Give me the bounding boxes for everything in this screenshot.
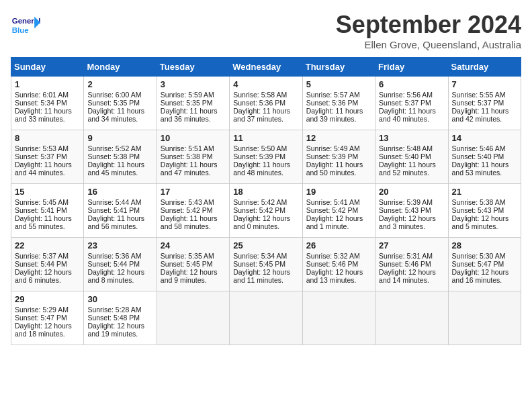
calendar-cell: 21Sunrise: 5:38 AMSunset: 5:43 PMDayligh… [448, 184, 521, 238]
day-info: Sunrise: 5:53 AMSunset: 5:37 PMDaylight:… [15, 144, 72, 177]
calendar-cell: 7Sunrise: 5:55 AMSunset: 5:37 PMDaylight… [448, 77, 521, 130]
day-info: Sunrise: 5:32 AMSunset: 5:46 PMDaylight:… [306, 252, 363, 284]
weekday-header-friday: Friday [375, 58, 448, 77]
day-info: Sunrise: 5:44 AMSunset: 5:41 PMDaylight:… [87, 198, 144, 230]
day-number: 8 [15, 133, 80, 143]
day-info: Sunrise: 5:38 AMSunset: 5:43 PMDaylight:… [452, 198, 509, 230]
week-row-3: 15Sunrise: 5:45 AMSunset: 5:41 PMDayligh… [11, 184, 521, 238]
day-number: 28 [452, 240, 517, 250]
day-number: 29 [15, 294, 80, 304]
day-info: Sunrise: 5:56 AMSunset: 5:37 PMDaylight:… [379, 91, 436, 123]
day-number: 16 [87, 187, 152, 197]
calendar-cell: 25Sunrise: 5:34 AMSunset: 5:45 PMDayligh… [230, 238, 302, 291]
calendar-cell: 9Sunrise: 5:52 AMSunset: 5:38 PMDaylight… [84, 130, 157, 184]
calendar-cell: 6Sunrise: 5:56 AMSunset: 5:37 PMDaylight… [375, 77, 448, 130]
day-info: Sunrise: 5:30 AMSunset: 5:47 PMDaylight:… [452, 252, 509, 284]
day-info: Sunrise: 5:59 AMSunset: 5:35 PMDaylight:… [161, 91, 218, 123]
calendar-cell: 8Sunrise: 5:53 AMSunset: 5:37 PMDaylight… [11, 130, 84, 184]
day-info: Sunrise: 5:42 AMSunset: 5:42 PMDaylight:… [233, 198, 290, 230]
day-info: Sunrise: 5:52 AMSunset: 5:38 PMDaylight:… [87, 144, 144, 177]
day-info: Sunrise: 5:43 AMSunset: 5:42 PMDaylight:… [161, 198, 218, 230]
day-info: Sunrise: 6:01 AMSunset: 5:34 PMDaylight:… [15, 91, 72, 123]
day-info: Sunrise: 5:34 AMSunset: 5:45 PMDaylight:… [233, 252, 290, 284]
calendar-cell: 10Sunrise: 5:51 AMSunset: 5:38 PMDayligh… [157, 130, 229, 184]
calendar-cell: 29Sunrise: 5:29 AMSunset: 5:47 PMDayligh… [11, 291, 84, 345]
week-row-2: 8Sunrise: 5:53 AMSunset: 5:37 PMDaylight… [11, 130, 521, 184]
day-info: Sunrise: 5:45 AMSunset: 5:41 PMDaylight:… [15, 198, 72, 230]
calendar-cell [375, 291, 448, 345]
day-info: Sunrise: 5:55 AMSunset: 5:37 PMDaylight:… [452, 91, 509, 123]
day-number: 22 [15, 240, 80, 250]
calendar-cell: 13Sunrise: 5:48 AMSunset: 5:40 PMDayligh… [375, 130, 448, 184]
day-number: 12 [306, 133, 371, 143]
calendar-cell: 2Sunrise: 6:00 AMSunset: 5:35 PMDaylight… [84, 77, 157, 130]
calendar-cell: 19Sunrise: 5:41 AMSunset: 5:42 PMDayligh… [302, 184, 375, 238]
calendar-cell: 16Sunrise: 5:44 AMSunset: 5:41 PMDayligh… [84, 184, 157, 238]
page-header: General Blue September 2024 Ellen Grove,… [11, 11, 521, 50]
day-number: 4 [233, 79, 298, 89]
calendar-cell: 23Sunrise: 5:36 AMSunset: 5:44 PMDayligh… [84, 238, 157, 291]
calendar-cell: 28Sunrise: 5:30 AMSunset: 5:47 PMDayligh… [448, 238, 521, 291]
day-info: Sunrise: 6:00 AMSunset: 5:35 PMDaylight:… [87, 91, 144, 123]
calendar-cell: 15Sunrise: 5:45 AMSunset: 5:41 PMDayligh… [11, 184, 84, 238]
calendar-cell [448, 291, 521, 345]
calendar-cell [302, 291, 375, 345]
weekday-header-monday: Monday [84, 58, 157, 77]
calendar-cell: 27Sunrise: 5:31 AMSunset: 5:46 PMDayligh… [375, 238, 448, 291]
day-info: Sunrise: 5:28 AMSunset: 5:48 PMDaylight:… [87, 306, 144, 338]
day-info: Sunrise: 5:49 AMSunset: 5:39 PMDaylight:… [306, 144, 363, 177]
month-title: September 2024 [336, 11, 521, 39]
day-number: 30 [87, 294, 152, 304]
weekday-header-tuesday: Tuesday [157, 58, 229, 77]
day-number: 21 [452, 187, 517, 197]
day-number: 5 [306, 79, 371, 89]
weekday-header-wednesday: Wednesday [230, 58, 302, 77]
weekday-header-thursday: Thursday [302, 58, 375, 77]
calendar-cell: 26Sunrise: 5:32 AMSunset: 5:46 PMDayligh… [302, 238, 375, 291]
day-number: 17 [161, 187, 226, 197]
day-number: 25 [233, 240, 298, 250]
calendar-cell [230, 291, 302, 345]
day-number: 20 [379, 187, 444, 197]
day-number: 18 [233, 187, 298, 197]
day-info: Sunrise: 5:50 AMSunset: 5:39 PMDaylight:… [233, 144, 290, 177]
day-number: 15 [15, 187, 80, 197]
day-info: Sunrise: 5:39 AMSunset: 5:43 PMDaylight:… [379, 198, 436, 230]
day-info: Sunrise: 5:57 AMSunset: 5:36 PMDaylight:… [306, 91, 363, 123]
calendar-cell: 5Sunrise: 5:57 AMSunset: 5:36 PMDaylight… [302, 77, 375, 130]
calendar-cell: 4Sunrise: 5:58 AMSunset: 5:36 PMDaylight… [230, 77, 302, 130]
day-info: Sunrise: 5:41 AMSunset: 5:42 PMDaylight:… [306, 198, 363, 230]
day-number: 9 [87, 133, 152, 143]
day-number: 14 [452, 133, 517, 143]
calendar-cell: 17Sunrise: 5:43 AMSunset: 5:42 PMDayligh… [157, 184, 229, 238]
day-info: Sunrise: 5:31 AMSunset: 5:46 PMDaylight:… [379, 252, 436, 284]
title-block: September 2024 Ellen Grove, Queensland, … [336, 11, 521, 50]
week-row-4: 22Sunrise: 5:37 AMSunset: 5:44 PMDayligh… [11, 238, 521, 291]
day-number: 26 [306, 240, 371, 250]
day-info: Sunrise: 5:46 AMSunset: 5:40 PMDaylight:… [452, 144, 509, 177]
weekday-header-sunday: Sunday [11, 58, 84, 77]
week-row-1: 1Sunrise: 6:01 AMSunset: 5:34 PMDaylight… [11, 77, 521, 130]
calendar-cell: 11Sunrise: 5:50 AMSunset: 5:39 PMDayligh… [230, 130, 302, 184]
calendar-cell: 30Sunrise: 5:28 AMSunset: 5:48 PMDayligh… [84, 291, 157, 345]
calendar-cell: 20Sunrise: 5:39 AMSunset: 5:43 PMDayligh… [375, 184, 448, 238]
day-info: Sunrise: 5:37 AMSunset: 5:44 PMDaylight:… [15, 252, 72, 284]
logo: General Blue [11, 11, 42, 40]
day-info: Sunrise: 5:58 AMSunset: 5:36 PMDaylight:… [233, 91, 290, 123]
day-number: 27 [379, 240, 444, 250]
day-number: 2 [87, 79, 152, 89]
day-info: Sunrise: 5:51 AMSunset: 5:38 PMDaylight:… [161, 144, 218, 177]
calendar-cell: 3Sunrise: 5:59 AMSunset: 5:35 PMDaylight… [157, 77, 229, 130]
week-row-5: 29Sunrise: 5:29 AMSunset: 5:47 PMDayligh… [11, 291, 521, 345]
day-info: Sunrise: 5:36 AMSunset: 5:44 PMDaylight:… [87, 252, 144, 284]
day-number: 23 [87, 240, 152, 250]
calendar-cell: 24Sunrise: 5:35 AMSunset: 5:45 PMDayligh… [157, 238, 229, 291]
day-number: 19 [306, 187, 371, 197]
day-number: 13 [379, 133, 444, 143]
calendar-cell: 18Sunrise: 5:42 AMSunset: 5:42 PMDayligh… [230, 184, 302, 238]
calendar-cell: 12Sunrise: 5:49 AMSunset: 5:39 PMDayligh… [302, 130, 375, 184]
day-number: 3 [161, 79, 226, 89]
location-title: Ellen Grove, Queensland, Australia [336, 39, 521, 50]
day-number: 11 [233, 133, 298, 143]
calendar-cell [157, 291, 229, 345]
